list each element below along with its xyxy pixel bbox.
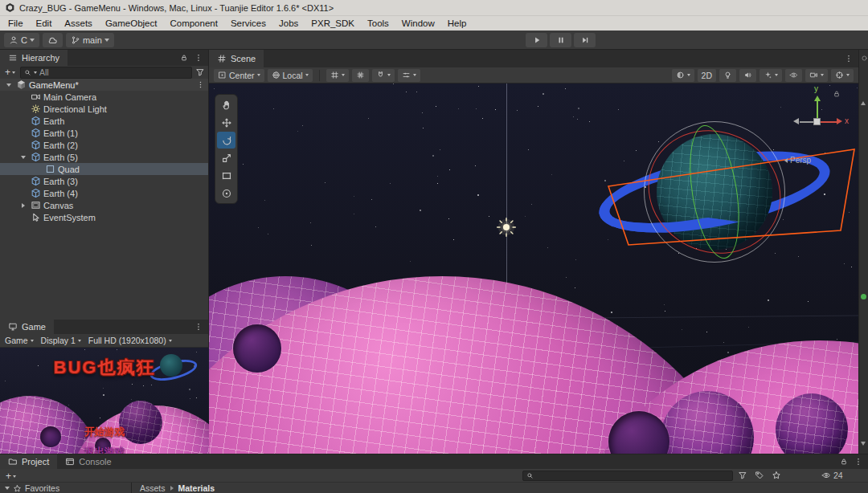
expand-arrow[interactable] bbox=[18, 203, 28, 208]
cloud-button[interactable] bbox=[43, 33, 63, 47]
play-button[interactable] bbox=[526, 33, 547, 47]
scale-tool[interactable] bbox=[217, 149, 235, 166]
hierarchy-item[interactable]: Earth (3) bbox=[0, 175, 208, 187]
draw-mode-dropdown[interactable] bbox=[672, 69, 694, 82]
menu-item-pxr-sdk[interactable]: PXR_SDK bbox=[305, 18, 361, 29]
create-asset-button[interactable]: + bbox=[4, 471, 18, 482]
lighting-toggle[interactable] bbox=[719, 69, 736, 82]
hierarchy-search-input[interactable]: All bbox=[20, 67, 192, 79]
orientation-gizmo[interactable]: y x bbox=[782, 87, 853, 157]
star bbox=[476, 108, 477, 109]
create-object-button[interactable]: + bbox=[3, 67, 17, 78]
expand-arrow-icon[interactable] bbox=[5, 487, 10, 490]
game-preview[interactable]: BUG也疯狂 开始游戏退出游戏 bbox=[0, 348, 209, 454]
2d-toggle[interactable]: 2D bbox=[698, 69, 716, 82]
tab-game[interactable]: Game bbox=[0, 320, 54, 334]
account-button[interactable]: C bbox=[4, 33, 39, 47]
axis-center-cube[interactable] bbox=[813, 118, 821, 125]
favorites-item[interactable]: Favorites bbox=[0, 483, 132, 493]
menu-item-assets[interactable]: Assets bbox=[58, 18, 99, 29]
tab-hierarchy[interactable]: Hierarchy bbox=[0, 50, 68, 66]
rotate-tool[interactable] bbox=[217, 132, 235, 149]
hierarchy-item[interactable]: Canvas bbox=[0, 199, 208, 211]
projection-mode-toggle[interactable]: Persp bbox=[784, 156, 811, 165]
options-icon[interactable] bbox=[861, 55, 868, 62]
tab-console[interactable]: Console bbox=[57, 454, 119, 469]
hierarchy-item[interactable]: Earth (4) bbox=[0, 187, 208, 199]
play-controls bbox=[526, 33, 596, 47]
directional-light-gizmo[interactable] bbox=[496, 217, 517, 239]
scene-viewport[interactable]: y x Persp bbox=[209, 84, 858, 454]
star bbox=[808, 301, 809, 302]
expand-arrow[interactable] bbox=[18, 156, 28, 159]
tab-scene[interactable]: Scene bbox=[209, 50, 264, 67]
menu-item-file[interactable]: File bbox=[2, 18, 30, 29]
hierarchy-item[interactable]: Earth (1) bbox=[0, 127, 208, 139]
version-control-button[interactable]: main bbox=[66, 33, 114, 47]
aspect-dropdown[interactable]: Full HD (1920x1080) bbox=[85, 335, 175, 347]
kebab-icon[interactable] bbox=[196, 80, 205, 89]
view-tool[interactable] bbox=[217, 96, 235, 113]
kebab-menu-icon[interactable] bbox=[194, 322, 203, 332]
game-menu-item[interactable]: 退出游戏 bbox=[0, 446, 209, 454]
axis-negx-arrow-icon[interactable] bbox=[793, 118, 799, 124]
project-search-input[interactable] bbox=[522, 471, 733, 481]
camera-dropdown[interactable] bbox=[805, 69, 828, 82]
kebab-menu-icon[interactable] bbox=[844, 54, 854, 63]
item-label: Main Camera bbox=[43, 92, 96, 102]
custom-tool[interactable] bbox=[217, 185, 235, 202]
hierarchy-item[interactable]: Directional Light bbox=[0, 103, 208, 115]
audio-toggle[interactable] bbox=[739, 69, 756, 82]
hierarchy-item[interactable]: Earth (2) bbox=[0, 139, 208, 151]
menu-item-services[interactable]: Services bbox=[224, 18, 272, 29]
visibility-toggle[interactable] bbox=[785, 69, 802, 82]
menu-item-window[interactable]: Window bbox=[395, 18, 441, 29]
gizmos-dropdown[interactable] bbox=[831, 69, 854, 82]
menu-item-edit[interactable]: Edit bbox=[30, 18, 59, 29]
scroll-down-icon[interactable] bbox=[861, 442, 866, 446]
grid-visibility-dropdown[interactable] bbox=[326, 69, 349, 82]
star bbox=[608, 239, 608, 240]
effects-dropdown[interactable] bbox=[760, 69, 782, 82]
expand-arrow[interactable] bbox=[3, 84, 14, 87]
game-menu-item[interactable]: 开始游戏 bbox=[0, 426, 209, 439]
tab-project[interactable]: Project bbox=[0, 454, 57, 469]
breadcrumb-item[interactable]: Materials bbox=[178, 483, 215, 493]
snap-toggle[interactable] bbox=[352, 69, 369, 82]
lock-icon[interactable] bbox=[840, 458, 848, 466]
breadcrumb-item[interactable]: Assets bbox=[140, 483, 166, 493]
menu-item-gameobject[interactable]: GameObject bbox=[99, 18, 164, 29]
scroll-up-icon[interactable] bbox=[861, 101, 866, 105]
kebab-menu-icon[interactable] bbox=[194, 53, 203, 63]
filter-icon[interactable] bbox=[195, 67, 205, 77]
move-tool[interactable] bbox=[217, 114, 235, 131]
hierarchy-item[interactable]: Earth bbox=[0, 115, 208, 127]
overlay-lock-icon[interactable] bbox=[833, 90, 841, 98]
snap-dropdown[interactable] bbox=[372, 69, 395, 82]
menu-item-tools[interactable]: Tools bbox=[361, 18, 395, 29]
menu-item-help[interactable]: Help bbox=[441, 18, 473, 29]
hierarchy-item[interactable]: Earth (5) bbox=[0, 151, 208, 163]
hidden-packages-toggle[interactable]: 24 bbox=[821, 471, 843, 480]
funnel-icon[interactable] bbox=[738, 471, 747, 480]
tool-handle-pivot-dropdown[interactable]: Center bbox=[214, 69, 264, 82]
axis-x-arrow-icon[interactable] bbox=[837, 118, 842, 124]
tag-icon[interactable] bbox=[755, 471, 764, 480]
menu-item-component[interactable]: Component bbox=[163, 18, 223, 29]
kebab-menu-icon[interactable] bbox=[854, 457, 863, 467]
pause-button[interactable] bbox=[550, 33, 571, 47]
lock-icon[interactable] bbox=[180, 54, 188, 62]
star bbox=[773, 149, 774, 150]
rect-tool[interactable] bbox=[217, 167, 235, 184]
tool-handle-rotation-dropdown[interactable]: Local bbox=[268, 69, 313, 82]
step-button[interactable] bbox=[574, 33, 596, 47]
hierarchy-item[interactable]: EventSystem bbox=[0, 211, 208, 223]
hierarchy-item[interactable]: Quad bbox=[0, 163, 208, 175]
menu-item-jobs[interactable]: Jobs bbox=[272, 18, 305, 29]
snap-settings-dropdown[interactable] bbox=[398, 69, 420, 82]
hierarchy-item[interactable]: Main Camera bbox=[0, 91, 208, 103]
hierarchy-scene-row[interactable]: GameMenu* bbox=[0, 79, 208, 91]
star-icon[interactable] bbox=[772, 471, 781, 480]
game-mode-dropdown[interactable]: Game bbox=[2, 335, 37, 347]
display-dropdown[interactable]: Display 1 bbox=[38, 335, 84, 347]
